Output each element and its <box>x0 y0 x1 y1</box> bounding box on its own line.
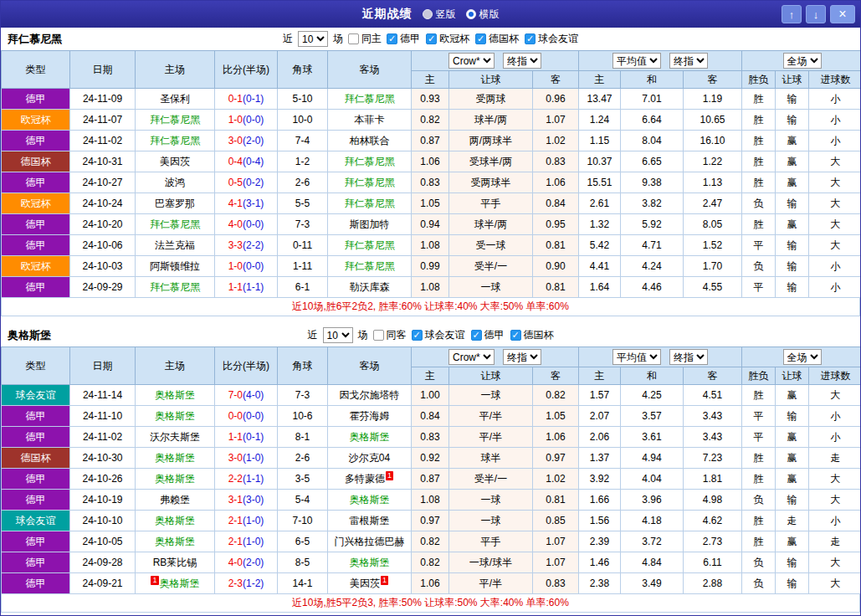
close-button[interactable]: × <box>830 5 855 23</box>
match-row[interactable]: 德甲24-09-28RB莱比锡4-0(2-0)8-5奥格斯堡0.82一球/球半1… <box>2 552 861 573</box>
score-cell: 0-1(0-1) <box>215 89 278 110</box>
away-team-cell: 奥格斯堡 <box>328 490 412 511</box>
league-filter[interactable]: 欧冠杯 <box>426 32 469 46</box>
result-goals-cell: 大 <box>809 469 861 490</box>
match-row[interactable]: 德甲24-11-10奥格斯堡0-0(0-0)10-6霍芬海姆0.84平/半1.0… <box>2 406 861 427</box>
same-venue-filter[interactable]: 同客 <box>373 328 407 342</box>
away-team-name: 斯图加特 <box>350 218 390 230</box>
match-row[interactable]: 德甲24-11-02拜仁慕尼黑3-0(2-0)7-4柏林联合0.87两/两球半1… <box>2 131 861 151</box>
match-row[interactable]: 德国杯24-10-31美因茨0-4(0-4)1-2拜仁慕尼黑1.06受球半/两0… <box>2 151 861 172</box>
handicap-cell: 球半 <box>449 448 533 469</box>
checkbox-checked-icon[interactable] <box>475 33 486 44</box>
match-row[interactable]: 欧冠杯24-10-24巴塞罗那4-1(3-1)5-5拜仁慕尼黑1.05平手0.8… <box>2 193 861 214</box>
odds-home-cell: 1.05 <box>412 193 449 214</box>
score-cell: 0-4(0-4) <box>215 151 278 172</box>
view-vertical-radio[interactable]: 竖版 <box>423 8 456 22</box>
avg-draw-cell: 9.38 <box>621 172 684 193</box>
match-row[interactable]: 德甲24-10-27波鸿0-5(0-2)2-6拜仁慕尼黑0.83受两球半1.06… <box>2 172 861 193</box>
checkbox-checked-icon[interactable] <box>510 330 521 341</box>
date-cell: 24-10-03 <box>70 256 136 277</box>
checkbox-checked-icon[interactable] <box>412 330 423 341</box>
match-row[interactable]: 德甲24-09-211奥格斯堡2-3(1-2)14-1美因茨11.06平/半0.… <box>2 573 861 594</box>
odds-company-select[interactable]: Crow* <box>448 349 495 365</box>
avg-home-cell: 4.41 <box>579 256 621 277</box>
score-cell: 2-2(1-1) <box>215 469 278 490</box>
league-filter-label: 欧冠杯 <box>439 32 469 46</box>
date-cell: 24-11-02 <box>70 131 136 151</box>
radio-selected-icon[interactable] <box>466 9 476 19</box>
league-type-cell: 德甲 <box>2 469 70 490</box>
match-row[interactable]: 德甲24-11-09圣保利0-1(0-1)5-10拜仁慕尼黑0.93受两球0.9… <box>2 89 861 110</box>
result-goals-cell: 走 <box>809 448 861 469</box>
match-row[interactable]: 欧冠杯24-10-03阿斯顿维拉1-0(0-0)1-11拜仁慕尼黑0.99受半/… <box>2 256 861 277</box>
match-row[interactable]: 德国杯24-10-30奥格斯堡3-0(1-0)2-6沙尔克040.92球半0.9… <box>2 448 861 469</box>
odds-away-cell: 0.95 <box>533 214 579 235</box>
fulltime-score: 4-0 <box>228 218 243 230</box>
same-venue-filter[interactable]: 同主 <box>348 32 382 46</box>
checkbox-checked-icon[interactable] <box>426 33 437 44</box>
result-goals-cell: 大 <box>809 490 861 511</box>
halftime-score: (0-4) <box>243 156 264 167</box>
league-filter[interactable]: 德国杯 <box>475 32 519 46</box>
match-row[interactable]: 球会友谊24-10-10奥格斯堡2-1(1-0)7-10雷根斯堡0.97一球0.… <box>2 511 861 531</box>
recent-count-select[interactable]: 10 <box>323 327 353 343</box>
checkbox-checked-icon[interactable] <box>387 33 397 44</box>
result-goals-cell: 大 <box>809 193 861 214</box>
home-team-cell: 巴塞罗那 <box>136 193 215 214</box>
result-handicap-cell: 赢 <box>776 448 809 469</box>
away-team-name: 拜仁慕尼黑 <box>345 198 395 209</box>
match-row[interactable]: 德甲24-10-20拜仁慕尼黑4-0(0-0)7-3斯图加特0.94球半/两0.… <box>2 214 861 235</box>
recent-count-select[interactable]: 10 <box>298 31 328 47</box>
match-row[interactable]: 德甲24-10-26奥格斯堡2-2(1-1)3-5多特蒙德10.87受半/一1.… <box>2 469 861 490</box>
view-horizontal-radio[interactable]: 横版 <box>466 8 500 22</box>
match-row[interactable]: 球会友谊24-11-14奥格斯堡7-0(4-0)7-3因戈尔施塔特1.00一球0… <box>2 385 861 406</box>
league-filter[interactable]: 德甲 <box>471 328 505 342</box>
near-label: 近 <box>308 328 318 342</box>
league-filter[interactable]: 德国杯 <box>510 328 554 342</box>
result-goals-cell: 小 <box>809 406 861 427</box>
away-team-name: 奥格斯堡 <box>350 557 390 568</box>
scroll-up-button[interactable]: ↑ <box>782 5 802 23</box>
league-filter-label: 德国杯 <box>524 328 554 342</box>
checkbox-checked-icon[interactable] <box>525 33 536 44</box>
checkbox-unchecked-icon[interactable] <box>348 33 359 44</box>
avg-company-select[interactable]: 平均值 <box>612 53 661 69</box>
odds-away-cell: 1.07 <box>533 110 579 131</box>
odds-home-cell: 0.97 <box>412 511 449 531</box>
scope-select[interactable]: 全场 <box>783 53 822 69</box>
fulltime-score: 3-1 <box>228 494 243 506</box>
odds-company-select[interactable]: Crow* <box>448 53 495 69</box>
result-wdl-cell: 胜 <box>742 131 776 151</box>
league-filter[interactable]: 德甲 <box>387 32 420 46</box>
col-header-home: 主场 <box>136 347 215 385</box>
odds-time-select[interactable]: 终指 <box>503 53 541 69</box>
scroll-down-button[interactable]: ↓ <box>806 5 826 23</box>
league-filter[interactable]: 球会友谊 <box>525 32 578 46</box>
avg-company-select[interactable]: 平均值 <box>612 349 661 365</box>
avg-away-cell: 6.11 <box>684 552 742 573</box>
checkbox-unchecked-icon[interactable] <box>373 330 384 341</box>
match-row[interactable]: 欧冠杯24-11-07拜仁慕尼黑1-0(0-0)10-0本菲卡0.82球半/两1… <box>2 110 861 131</box>
same-venue-label: 同主 <box>361 32 382 46</box>
radio-unselected-icon[interactable] <box>423 9 433 19</box>
match-row[interactable]: 德甲24-11-02沃尔夫斯堡1-1(0-1)8-1奥格斯堡0.83平/半1.0… <box>2 427 861 448</box>
home-team-name: 奥格斯堡 <box>155 536 195 547</box>
match-row[interactable]: 德甲24-10-06法兰克福3-3(2-2)0-11拜仁慕尼黑1.08受一球0.… <box>2 235 861 256</box>
league-type-cell: 德甲 <box>2 427 70 448</box>
match-row[interactable]: 德甲24-10-05奥格斯堡2-1(1-0)6-5门兴格拉德巴赫0.82平手1.… <box>2 531 861 552</box>
scope-select[interactable]: 全场 <box>783 349 822 365</box>
league-filter-label: 德国杯 <box>489 32 519 46</box>
match-row[interactable]: 德甲24-10-19弗赖堡3-1(3-0)5-4奥格斯堡1.08一球0.811.… <box>2 490 861 511</box>
corners-cell: 6-1 <box>278 277 328 298</box>
avg-time-select[interactable]: 终指 <box>669 349 708 365</box>
odds-time-select[interactable]: 终指 <box>503 349 541 365</box>
league-filter[interactable]: 球会友谊 <box>412 328 465 342</box>
checkbox-checked-icon[interactable] <box>471 330 482 341</box>
corners-cell: 7-3 <box>278 214 328 235</box>
avg-time-select[interactable]: 终指 <box>669 53 708 69</box>
avg-home-cell: 1.66 <box>579 490 621 511</box>
avg-away-cell: 8.05 <box>684 214 742 235</box>
match-row[interactable]: 德甲24-09-29拜仁慕尼黑1-1(1-1)6-1勒沃库森1.08一球0.81… <box>2 277 861 298</box>
col-header-date: 日期 <box>70 51 136 89</box>
team-name: 奥格斯堡 <box>8 328 51 343</box>
